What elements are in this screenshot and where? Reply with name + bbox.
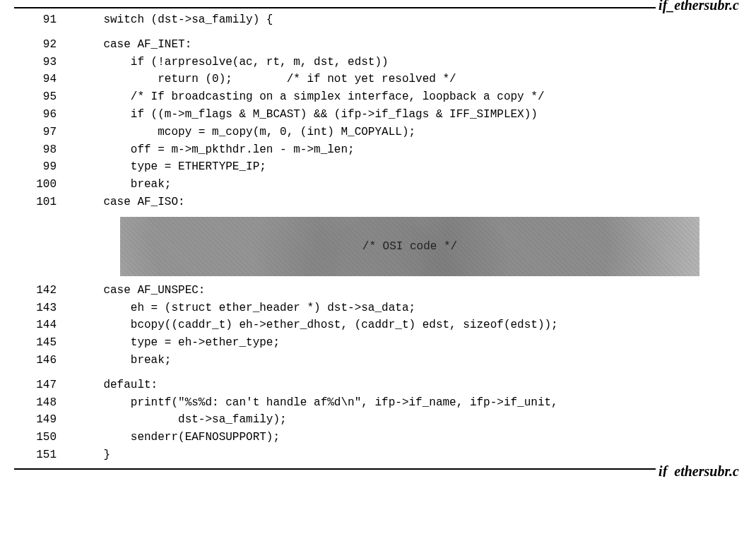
code-text: case AF_ISO: (76, 194, 742, 211)
code-line: 142 case AF_UNSPEC: (14, 282, 742, 299)
filename-label-top: if_ethersubr.c (656, 0, 742, 13)
code-line: 92 case AF_INET: (14, 36, 742, 54)
line-number: 94 (14, 71, 76, 88)
line-number: 95 (14, 88, 76, 106)
line-number: 145 (14, 334, 76, 352)
code-text: dst->sa_family); (76, 411, 742, 429)
code-line: 94 return (0); /* if not yet resolved */ (14, 71, 742, 88)
blank-line (14, 29, 742, 36)
code-line: 93 if (!arpresolve(ac, rt, m, dst, edst)… (14, 54, 742, 71)
code-line: 149 dst->sa_family); (14, 411, 742, 429)
code-text: senderr(EAFNOSUPPORT); (76, 429, 742, 446)
line-number: 99 (14, 158, 76, 176)
code-listing-frame: if_ethersubr.c 91 switch (dst->sa_family… (14, 7, 742, 470)
code-block: 91 switch (dst->sa_family) {92 case AF_I… (14, 8, 742, 468)
code-line: 150 senderr(EAFNOSUPPORT); (14, 429, 742, 446)
line-number: 147 (14, 376, 76, 394)
code-line: 101 case AF_ISO: (14, 194, 742, 211)
line-number: 150 (14, 429, 76, 446)
line-number: 97 (14, 124, 76, 141)
code-line: 151 } (14, 446, 742, 464)
code-line: 96 if ((m->m_flags & M_BCAST) && (ifp->i… (14, 106, 742, 124)
line-number: 91 (14, 11, 76, 29)
line-number: 96 (14, 106, 76, 124)
code-text: case AF_UNSPEC: (76, 282, 742, 299)
filename-label-bottom: if_ethersubr.c (656, 463, 742, 477)
code-text: case AF_INET: (76, 36, 742, 54)
line-number: 92 (14, 36, 76, 54)
code-text: printf("%s%d: can't handle af%d\n", ifp-… (76, 394, 742, 412)
code-text: switch (dst->sa_family) { (76, 11, 742, 29)
code-line: 91 switch (dst->sa_family) { (14, 11, 742, 29)
code-text: break; (76, 352, 742, 369)
code-line: 146 break; (14, 352, 742, 369)
code-text: default: (76, 376, 742, 394)
code-text: } (76, 446, 742, 464)
code-text: return (0); /* if not yet resolved */ (76, 71, 742, 88)
code-line: 147 default: (14, 376, 742, 394)
line-number: 98 (14, 141, 76, 159)
osi-omitted-box: /* OSI code */ (120, 217, 699, 276)
line-number: 144 (14, 316, 76, 334)
line-number: 149 (14, 411, 76, 429)
line-number: 93 (14, 54, 76, 71)
blank-line (14, 369, 742, 376)
line-number: 142 (14, 282, 76, 299)
code-text: bcopy((caddr_t) eh->ether_dhost, (caddr_… (76, 316, 742, 334)
code-line: 98 off = m->m_pkthdr.len - m->m_len; (14, 141, 742, 159)
code-text: type = eh->ether_type; (76, 334, 742, 352)
code-text: eh = (struct ether_header *) dst->sa_dat… (76, 299, 742, 317)
code-text: mcopy = m_copy(m, 0, (int) M_COPYALL); (76, 124, 742, 141)
line-number: 100 (14, 176, 76, 194)
code-line: 144 bcopy((caddr_t) eh->ether_dhost, (ca… (14, 316, 742, 334)
code-text: if ((m->m_flags & M_BCAST) && (ifp->if_f… (76, 106, 742, 124)
code-text: type = ETHERTYPE_IP; (76, 158, 742, 176)
line-number: 148 (14, 394, 76, 412)
code-line: 143 eh = (struct ether_header *) dst->sa… (14, 299, 742, 317)
code-text: break; (76, 176, 742, 194)
code-text: off = m->m_pkthdr.len - m->m_len; (76, 141, 742, 159)
line-number: 146 (14, 352, 76, 369)
line-number: 101 (14, 194, 76, 211)
code-text: if (!arpresolve(ac, rt, m, dst, edst)) (76, 54, 742, 71)
code-line: 99 type = ETHERTYPE_IP; (14, 158, 742, 176)
code-line: 100 break; (14, 176, 742, 194)
code-line: 145 type = eh->ether_type; (14, 334, 742, 352)
code-line: 95 /* If broadcasting on a simplex inter… (14, 88, 742, 106)
line-number: 143 (14, 299, 76, 317)
code-line: 97 mcopy = m_copy(m, 0, (int) M_COPYALL)… (14, 124, 742, 141)
code-text: /* If broadcasting on a simplex interfac… (76, 88, 742, 106)
line-number: 151 (14, 446, 76, 464)
code-line: 148 printf("%s%d: can't handle af%d\n", … (14, 394, 742, 412)
rule-bottom (14, 468, 742, 470)
